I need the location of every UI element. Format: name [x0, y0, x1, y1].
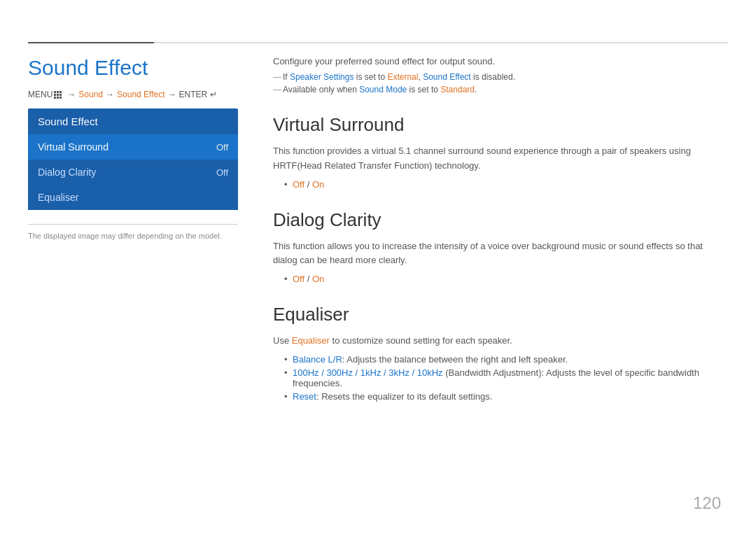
bullet-balance: Balance L/R: Adjusts the balance between… — [284, 354, 728, 365]
top-line — [28, 42, 728, 43]
section-body-dialog-clarity: This function allows you to increase the… — [273, 239, 728, 269]
sidebar-footer: The displayed image may differ depending… — [28, 224, 238, 240]
bandwidth-link: 100Hz / 300Hz / 1kHz / 3kHz / 10kHz — [293, 367, 443, 378]
menu-sound-effect: Sound Effect — [117, 90, 165, 99]
sound-effect-link: Sound Effect — [423, 72, 471, 82]
on-link: On — [312, 179, 324, 190]
page-title: Sound Effect — [28, 56, 148, 80]
enter-icon: ↵ — [210, 90, 217, 99]
section-bullets-equaliser: Balance L/R: Adjusts the balance between… — [273, 354, 728, 402]
standard-link: Standard — [440, 85, 475, 94]
external-link: External — [387, 72, 418, 82]
section-title-equaliser: Equaliser — [273, 304, 728, 325]
bullet-dialog-clarity-offon: Off / On — [284, 274, 728, 284]
section-bullets-virtual-surround: Off / On — [273, 179, 728, 190]
sidebar-footer-text: The displayed image may differ depending… — [28, 232, 222, 240]
sidebar-item-value: Off — [216, 142, 228, 153]
section-title-dialog-clarity: Dialog Clarity — [273, 209, 728, 231]
section-body-equaliser: Use Equaliser to customize sound setting… — [273, 334, 728, 349]
section-body-virtual-surround: This function provides a virtual 5.1 cha… — [273, 144, 728, 174]
sound-mode-link: Sound Mode — [359, 85, 407, 94]
sidebar-item-label: Equaliser — [38, 192, 78, 203]
section-dialog-clarity: Dialog Clarity This function allows you … — [273, 209, 728, 285]
sidebar-item-value: Off — [216, 167, 228, 178]
menu-enter: ENTER — [179, 90, 208, 99]
equaliser-link: Equaliser — [292, 335, 330, 346]
arrow-3: → — [168, 90, 176, 99]
on-link-2: On — [312, 274, 324, 284]
speaker-settings-link: Speaker Settings — [290, 72, 354, 82]
sidebar-item-label: Dialog Clarity — [38, 167, 96, 178]
section-equaliser: Equaliser Use Equaliser to customize sou… — [273, 304, 728, 402]
menu-path: MENU → Sound → Sound Effect → ENTER ↵ — [28, 90, 217, 99]
reset-link: Reset — [293, 391, 316, 402]
bullet-virtual-surround-offon: Off / On — [284, 179, 728, 190]
section-title-virtual-surround: Virtual Surround — [273, 114, 728, 136]
main-content: Configure your preferred sound effect fo… — [273, 56, 728, 405]
note-2: Available only when Sound Mode is set to… — [273, 85, 728, 94]
sidebar: Sound Effect Virtual Surround Off Dialog… — [28, 108, 238, 240]
sidebar-item-dialog-clarity[interactable]: Dialog Clarity Off — [28, 160, 238, 185]
menu-label: MENU — [28, 90, 52, 99]
bullet-reset: Reset: Resets the equalizer to its defau… — [284, 391, 728, 402]
page-number: 120 — [693, 493, 721, 513]
menu-sound: Sound — [78, 90, 103, 99]
intro-text: Configure your preferred sound effect fo… — [273, 56, 728, 66]
section-bullets-dialog-clarity: Off / On — [273, 274, 728, 284]
arrow-2: → — [106, 90, 114, 99]
section-virtual-surround: Virtual Surround This function provides … — [273, 114, 728, 190]
menu-grid-icon — [54, 90, 64, 99]
balance-link: Balance L/R — [293, 354, 342, 365]
note-1: If Speaker Settings is set to External, … — [273, 72, 728, 82]
bullet-bandwidth: 100Hz / 300Hz / 1kHz / 3kHz / 10kHz (Ban… — [284, 367, 728, 388]
off-link: Off — [293, 179, 304, 190]
sidebar-header: Sound Effect — [28, 108, 238, 134]
arrow-1: → — [67, 90, 76, 99]
off-link-2: Off — [293, 274, 304, 284]
sidebar-item-label: Virtual Surround — [38, 141, 108, 153]
sidebar-item-virtual-surround[interactable]: Virtual Surround Off — [28, 134, 238, 160]
sidebar-item-equaliser[interactable]: Equaliser — [28, 185, 238, 210]
